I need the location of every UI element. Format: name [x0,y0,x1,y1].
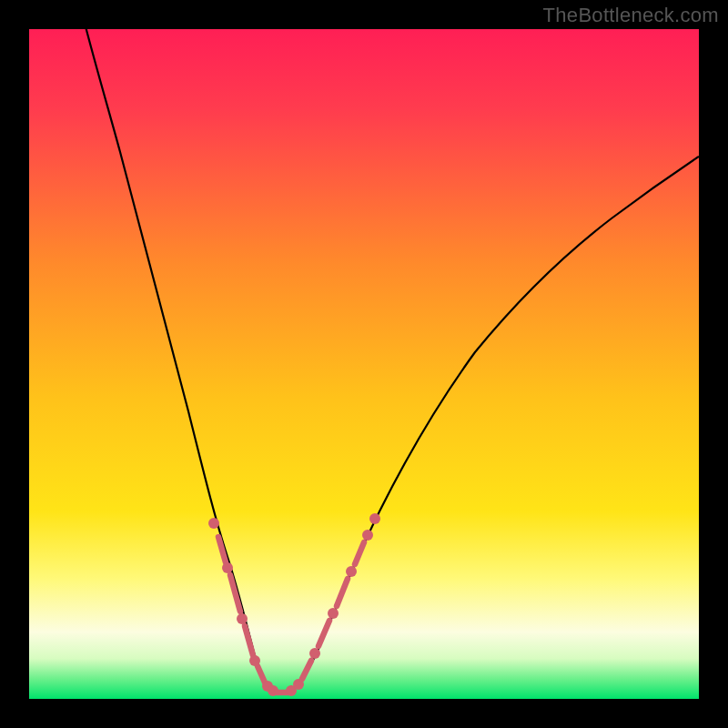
chart-svg [29,29,699,699]
svg-point-2 [237,613,248,624]
svg-point-11 [362,530,373,541]
svg-point-8 [309,648,320,659]
chart-frame: TheBottleneck.com [0,0,728,728]
heatmap-background [29,29,699,699]
watermark-text: TheBottleneck.com [543,4,719,27]
plot-area [29,29,699,699]
svg-point-12 [369,513,380,524]
svg-point-1 [222,562,233,573]
svg-point-10 [346,566,357,577]
svg-point-0 [208,518,219,529]
svg-point-9 [328,608,339,619]
